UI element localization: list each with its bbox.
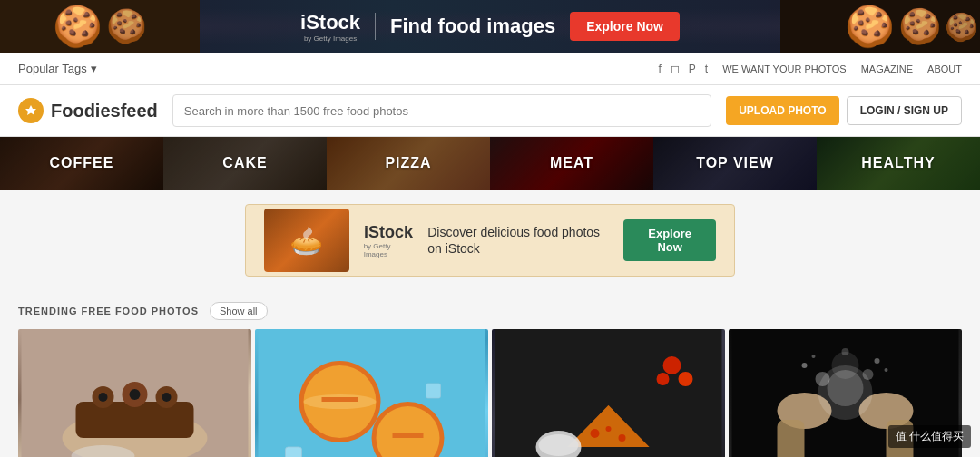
category-overlay: CAKE: [163, 137, 327, 190]
upload-photo-button[interactable]: UPLOAD PHOTO: [726, 96, 838, 125]
popular-tags-label: Popular Tags: [18, 62, 87, 75]
svg-point-28: [663, 356, 681, 374]
social-icons: f ◻ P t: [658, 63, 708, 75]
watermark: 值 什么值得买: [888, 425, 971, 448]
banner-cookies-left: 🍪 🍪: [0, 0, 200, 53]
svg-point-41: [802, 363, 808, 368]
header: Foodiesfeed UPLOAD PHOTO LOGIN / SIGN UP: [0, 85, 980, 137]
photo-detail-3: [492, 329, 725, 457]
photo-svg-3: [492, 329, 725, 457]
svg-rect-17: [322, 397, 358, 402]
category-label-healthy: HEALTHY: [861, 155, 935, 171]
svg-point-27: [606, 426, 612, 432]
banner-divider: [375, 13, 376, 40]
svg-point-44: [885, 368, 888, 372]
nav-link-about[interactable]: ABOUT: [927, 63, 962, 74]
category-overlay: HEALTHY: [817, 137, 980, 190]
logo-svg: [23, 102, 39, 119]
ad-explore-button[interactable]: Explore Now: [623, 219, 716, 261]
ad-food-image: 🥧: [264, 209, 349, 272]
photo-item-3[interactable]: [492, 329, 725, 457]
banner-content: iStock by Getty Images Find food images …: [300, 11, 680, 43]
category-topview[interactable]: TOP VIEW: [653, 137, 817, 190]
category-overlay: MEAT: [490, 137, 653, 190]
svg-point-43: [875, 358, 880, 364]
svg-rect-18: [393, 433, 424, 438]
logo-icon: [18, 98, 44, 123]
banner-explore-button[interactable]: Explore Now: [570, 12, 680, 41]
ad-istock-logo: iStock by Getty Images: [364, 223, 414, 258]
category-healthy[interactable]: HEALTHY: [817, 137, 980, 190]
trending-section: TRENDING FREE FOOD PHOTOS Show all: [0, 291, 980, 457]
category-label-cake: CAKE: [222, 155, 267, 171]
trending-title: TRENDING FREE FOOD PHOTOS: [18, 306, 199, 316]
search-input[interactable]: [172, 94, 711, 127]
popular-tags-dropdown[interactable]: Popular Tags ▾: [18, 62, 97, 75]
category-overlay: PIZZA: [327, 137, 490, 190]
category-label-meat: MEAT: [550, 155, 593, 171]
photo-detail-1: [18, 329, 251, 457]
nav-right: f ◻ P t WE WANT YOUR PHOTOS MAGAZINE ABO…: [658, 63, 962, 75]
svg-rect-46: [778, 420, 805, 457]
ad-logo-text: iStock: [364, 223, 413, 242]
top-banner: 🍪 🍪 iStock by Getty Images Find food ima…: [0, 0, 980, 53]
show-all-button[interactable]: Show all: [210, 302, 268, 320]
category-meat[interactable]: MEAT: [490, 137, 653, 190]
chevron-down-icon: ▾: [91, 62, 97, 75]
nav-bar: Popular Tags ▾ f ◻ P t WE WANT YOUR PHOT…: [0, 53, 980, 85]
logo: Foodiesfeed: [18, 98, 158, 123]
category-overlay: TOP VIEW: [653, 137, 817, 190]
nav-links: WE WANT YOUR PHOTOS MAGAZINE ABOUT: [722, 63, 962, 74]
svg-point-45: [842, 348, 849, 355]
svg-point-26: [619, 434, 626, 442]
svg-rect-19: [286, 447, 302, 457]
ad-banner: 🥧 iStock by Getty Images Discover delici…: [245, 204, 735, 277]
istock-logo: iStock by Getty Images: [300, 11, 360, 43]
svg-rect-21: [426, 384, 441, 398]
svg-point-32: [539, 434, 579, 456]
category-cake[interactable]: CAKE: [163, 137, 327, 190]
svg-point-40: [832, 352, 859, 379]
pinterest-icon[interactable]: P: [689, 63, 696, 75]
category-overlay: COFFEE: [0, 137, 163, 190]
nav-link-photos[interactable]: WE WANT YOUR PHOTOS: [722, 63, 847, 74]
banner-tagline: Find food images: [390, 15, 555, 38]
banner-cookies-right: 🍪 🍪 🍪: [780, 0, 980, 53]
svg-point-7: [99, 393, 108, 402]
photo-detail-2: [255, 329, 488, 457]
istock-name: iStock: [300, 11, 360, 34]
trending-header: TRENDING FREE FOOD PHOTOS Show all: [18, 302, 962, 320]
category-bar: COFFEE CAKE PIZZA MEAT TOP VIEW HEALTHY: [0, 137, 980, 190]
login-button[interactable]: LOGIN / SIGN UP: [847, 96, 962, 125]
ad-description: Discover delicious food photos on iStock: [427, 224, 609, 257]
photo-item-2[interactable]: [255, 329, 488, 457]
istock-sub: by Getty Images: [304, 34, 357, 43]
photo-item-1[interactable]: [18, 329, 251, 457]
photo-svg-1: [18, 329, 251, 457]
svg-point-38: [816, 372, 830, 386]
twitter-icon[interactable]: t: [705, 63, 708, 75]
ad-logo-sub: by Getty Images: [364, 242, 414, 258]
logo-text: Foodiesfeed: [51, 101, 158, 122]
svg-point-25: [591, 429, 600, 438]
category-coffee[interactable]: COFFEE: [0, 137, 163, 190]
photo-grid: [18, 329, 962, 457]
category-label-topview: TOP VIEW: [696, 155, 774, 171]
category-label-coffee: COFFEE: [50, 155, 114, 171]
header-buttons: UPLOAD PHOTO LOGIN / SIGN UP: [726, 96, 962, 125]
instagram-icon[interactable]: ◻: [671, 63, 680, 75]
nav-link-magazine[interactable]: MAGAZINE: [861, 63, 913, 74]
photo-svg-2: [255, 329, 488, 457]
svg-point-39: [863, 369, 874, 380]
svg-point-42: [812, 355, 816, 358]
category-label-pizza: PIZZA: [385, 155, 431, 171]
svg-point-8: [130, 389, 141, 400]
category-pizza[interactable]: PIZZA: [327, 137, 490, 190]
facebook-icon[interactable]: f: [658, 63, 661, 75]
svg-point-30: [657, 373, 670, 385]
svg-point-29: [679, 372, 693, 386]
svg-point-9: [162, 393, 172, 402]
